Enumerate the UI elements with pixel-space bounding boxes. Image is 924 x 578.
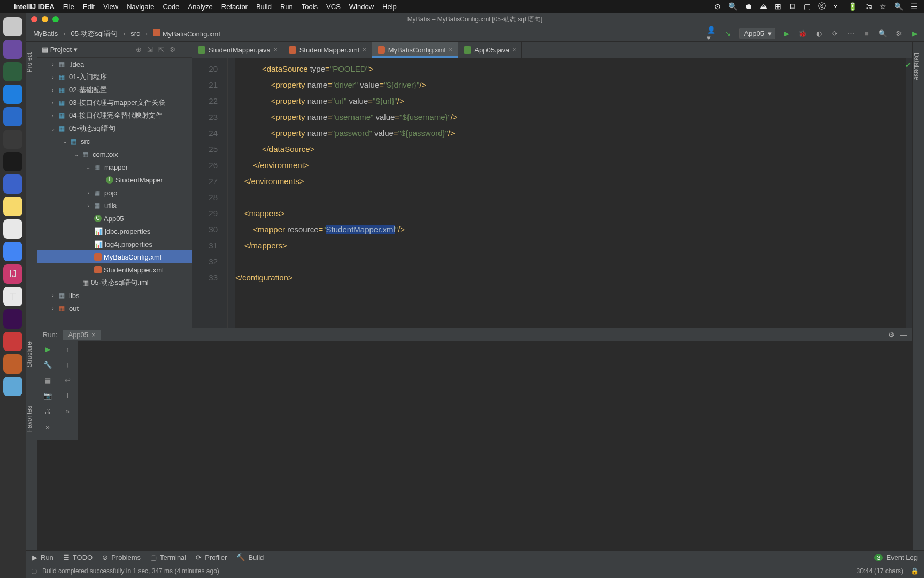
dock-vscode-icon[interactable] [3,107,22,126]
bottom-eventlog[interactable]: Event Log [886,553,918,561]
lock-icon[interactable]: 🔒 [911,567,919,575]
screen-icon[interactable]: 🖥 [789,2,796,11]
dock-app-icon[interactable] [3,40,22,59]
scroll-icon[interactable]: ⤓ [65,392,71,400]
tree-node[interactable]: ›▦out [37,302,192,315]
menu-refactor[interactable]: Refactor [221,3,248,11]
print-icon[interactable]: 🖨 [44,407,51,415]
up-icon[interactable]: ↑ [66,345,70,353]
tab-project[interactable]: Project [26,52,33,72]
dock-intellij-icon[interactable]: IJ [3,264,22,284]
build-hammer-icon[interactable]: ↘ [723,29,733,39]
tree-node[interactable]: ▦ 05-动态sql语句.iml [37,276,192,289]
tree-node[interactable]: ›▦02-基础配置 [37,83,192,96]
dock-terminal-icon[interactable] [3,152,22,171]
dock-safari-icon[interactable] [3,85,22,104]
dock-app-icon[interactable]: T [3,287,22,306]
editor-tab[interactable]: StudentMapper.java× [192,42,283,58]
tree-node[interactable]: ⌄▦com.xxx [37,148,192,161]
menu-run[interactable]: Run [280,3,293,11]
run-config-selector[interactable]: App05 [739,28,775,39]
bottom-run[interactable]: ▶ Run [32,553,53,561]
layout-icon[interactable]: ▤ [44,376,51,384]
dock-app-icon[interactable] [3,62,22,81]
dock-app-icon[interactable] [3,332,22,351]
tree-node[interactable]: ⌄▦mapper [37,161,192,173]
crumb-src[interactable]: src [127,28,143,39]
menu-code[interactable]: Code [163,3,179,11]
expand-icon[interactable]: ⇲ [147,45,153,54]
dock-notion-icon[interactable] [3,219,22,239]
minimize-window-icon[interactable] [42,16,48,22]
tab-database[interactable]: Database [913,52,920,80]
editor-tab[interactable]: App05.java× [458,42,522,58]
status-rect-icon[interactable]: ▢ [31,567,37,575]
close-icon[interactable]: × [91,331,96,339]
menu-analyze[interactable]: Analyze [188,3,213,11]
star-icon[interactable]: ☆ [880,2,887,11]
dock-app-icon[interactable] [3,309,22,329]
close-icon[interactable]: × [363,46,366,54]
tree-node[interactable]: ›▦libs [37,289,192,302]
more-icon[interactable]: » [66,407,70,415]
gear-icon[interactable]: ⚙ [888,331,895,339]
more-icon[interactable]: » [45,423,49,431]
tree-node[interactable]: C App05 [37,212,192,225]
tree-node[interactable]: ›▦pojo [37,186,192,199]
rec-icon[interactable]: ⏺ [745,2,752,11]
dock-notes-icon[interactable] [3,197,22,216]
down-icon[interactable]: ↓ [66,361,70,369]
search-icon[interactable]: 🔍 [728,2,737,11]
tree-node[interactable]: ›▦utils [37,199,192,212]
play-store-icon[interactable]: ▶ [910,29,920,39]
menu-file[interactable]: File [63,3,74,11]
locate-icon[interactable]: ⊕ [136,45,142,54]
editor-tab-active[interactable]: MyBatisConfig.xml× [372,42,459,58]
bottom-build[interactable]: 🔨 Build [236,553,264,561]
tree-node[interactable]: ⌄▦src [37,135,192,148]
tab-favorites[interactable]: Favorites [26,406,33,432]
run-tab[interactable]: App05 × [63,330,101,340]
bottom-terminal[interactable]: ▢ Terminal [150,553,186,561]
menu-tools[interactable]: Tools [302,3,318,11]
close-icon[interactable]: × [512,46,516,54]
menu-edit[interactable]: Edit [83,3,95,11]
tab-structure[interactable]: Structure [26,341,33,368]
run-button-icon[interactable]: ▶ [782,29,791,39]
tree-node-selected[interactable]: MyBatisConfig.xml [37,250,192,263]
bottom-problems[interactable]: ⊘ Problems [102,553,141,561]
editor-tab[interactable]: StudentMapper.xml× [283,42,372,58]
grid-icon[interactable]: ⊞ [775,2,781,11]
battery-icon[interactable]: 🔋 [848,2,857,11]
control-center-icon[interactable]: ☰ [911,2,918,11]
wifi-icon[interactable]: ᯤ [833,2,841,11]
menu-vcs[interactable]: VCS [326,3,341,11]
rerun-icon[interactable]: ▶ [45,345,50,353]
settings-icon[interactable]: ⚙ [894,29,904,39]
bottom-todo[interactable]: ☰ TODO [63,553,93,561]
profile-icon[interactable]: ⟳ [830,29,840,39]
debug-button-icon[interactable]: 🐞 [798,29,807,39]
tree-node[interactable]: ›▦03-接口代理与mapper文件关联 [37,96,192,109]
crumb-file[interactable]: MyBatisConfig.xml [150,28,223,39]
dock-app-icon[interactable] [3,174,22,194]
tree-node[interactable]: ›▦04-接口代理完全替代映射文件 [37,109,192,122]
tree-node[interactable]: ⌄▦05-动态sql语句 [37,122,192,135]
wrench-icon[interactable]: 🔧 [43,361,52,369]
user-icon[interactable]: 👤▾ [707,29,717,39]
stop-button-icon[interactable]: ■ [862,29,872,39]
project-label[interactable]: ▤ Project ▾ [42,45,78,54]
tree-node[interactable]: ›▦.idea [37,58,192,71]
tree-node[interactable]: ›▦01-入门程序 [37,71,192,83]
crumb-project[interactable]: MyBatis [30,28,61,39]
gear-icon[interactable]: ⚙ [170,45,176,54]
dock-folder-icon[interactable] [3,377,22,396]
menu-window[interactable]: Window [349,3,374,11]
zoom-window-icon[interactable] [52,16,59,22]
crumb-module[interactable]: 05-动态sql语句 [68,28,121,40]
coverage-icon[interactable]: ◐ [814,29,823,39]
menu-help[interactable]: Help [382,3,397,11]
wrap-icon[interactable]: ↩ [65,376,71,384]
tree-node[interactable]: 📊 jdbc.properties [37,225,192,238]
search-everywhere-icon[interactable]: 🔍 [878,29,888,39]
